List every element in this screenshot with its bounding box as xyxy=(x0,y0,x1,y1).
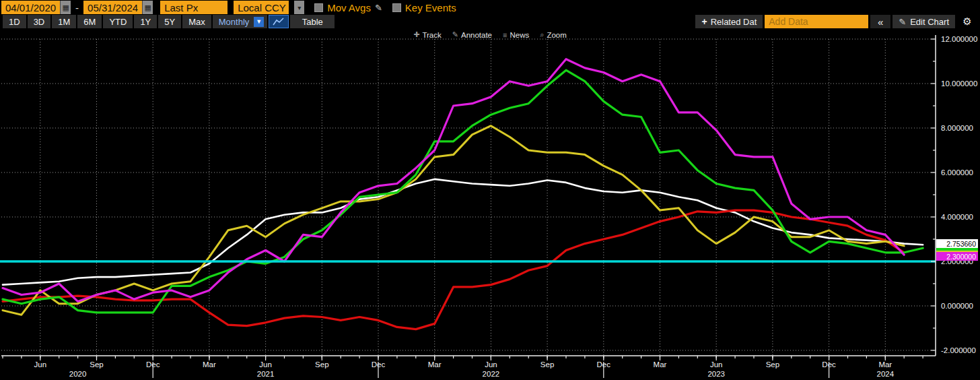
zoom-icon: ⌕ xyxy=(540,30,544,39)
price-type-value[interactable]: Last Px xyxy=(160,1,228,14)
currency-dropdown-arrow-icon[interactable]: ▾ xyxy=(294,1,304,14)
chart-tool-label: Annotate xyxy=(461,31,492,39)
edit-chart-label: Edit Chart xyxy=(910,17,949,27)
add-data-input[interactable] xyxy=(765,15,868,28)
x-axis-month-label: Jun xyxy=(259,360,272,369)
chart-tool-label: News xyxy=(510,31,529,39)
range-button-3d[interactable]: 3D xyxy=(28,15,51,28)
annotate-icon: ✎ xyxy=(452,30,458,39)
range-button-group: 1D3D1M6MYTD1Y5YMax xyxy=(3,15,211,28)
end-date-value[interactable]: 05/31/2024 xyxy=(83,1,142,14)
chart-tool-zoom[interactable]: ⌕Zoom xyxy=(540,30,567,39)
range-button-1m[interactable]: 1M xyxy=(52,15,76,28)
x-axis-year-label: 2024 xyxy=(877,370,895,378)
start-date-value[interactable]: 04/01/2020 xyxy=(1,1,60,14)
last-price-labels: 2.3000002.753660 xyxy=(936,28,979,380)
plus-icon: + xyxy=(701,16,707,27)
x-axis-year-label: 2023 xyxy=(707,370,725,378)
chart-tools-menu: ✚Track✎Annotate≡News⌕Zoom xyxy=(413,30,567,39)
chart-tool-annotate[interactable]: ✎Annotate xyxy=(452,30,492,39)
gear-icon: ⚙ xyxy=(963,15,971,28)
chart-tool-news[interactable]: ≡News xyxy=(503,30,529,39)
chart-tool-label: Track xyxy=(422,31,441,39)
calendar-icon[interactable]: ▦ xyxy=(60,1,71,14)
range-button-1d[interactable]: 1D xyxy=(3,15,26,28)
price-chart-canvas[interactable]: 12.00000010.0000008.0000006.0000004.0000… xyxy=(0,28,980,380)
collapse-panel-button[interactable]: « xyxy=(870,15,890,28)
x-axis-month-label: Sep xyxy=(90,360,103,369)
range-button-1y[interactable]: 1Y xyxy=(134,15,157,28)
x-axis-month-label: Mar xyxy=(878,360,892,369)
range-button-6m[interactable]: 6M xyxy=(77,15,102,28)
date-range-separator: - xyxy=(75,2,79,13)
x-axis-month-label: Jun xyxy=(710,360,723,369)
key-events-label: Key Events xyxy=(405,2,456,13)
chart-toolbar: 1D3D1M6MYTD1Y5YMax Monthly ▼ Table + Rel… xyxy=(0,15,980,28)
series-red-line xyxy=(3,210,904,329)
x-axis-month-label: Sep xyxy=(315,360,328,369)
related-data-button[interactable]: + Related Dat xyxy=(695,15,763,28)
period-dropdown[interactable]: Monthly ▼ xyxy=(213,15,268,28)
line-chart-icon xyxy=(273,17,285,26)
table-button-label: Table xyxy=(302,17,323,27)
x-axis-month-label: Sep xyxy=(540,360,554,369)
range-button-ytd[interactable]: YTD xyxy=(103,15,133,28)
start-date-field[interactable]: 04/01/2020 ▦ xyxy=(1,1,71,14)
price-label-white: 2.753660 xyxy=(936,239,978,248)
key-events-toggle[interactable]: Key Events xyxy=(392,2,456,13)
mov-avgs-label: Mov Avgs xyxy=(327,2,371,13)
x-axis-month-label: Mar xyxy=(654,360,667,369)
x-axis-month-label: Mar xyxy=(203,360,216,369)
mov-avgs-toggle[interactable]: Mov Avgs ✎ xyxy=(314,2,382,13)
currency-value[interactable]: Local CCY xyxy=(234,1,289,14)
x-axis-month-label: Mar xyxy=(428,360,442,369)
edit-chart-button[interactable]: ✎ Edit Chart xyxy=(893,15,955,28)
range-button-5y[interactable]: 5Y xyxy=(158,15,181,28)
price-label-magenta: 2.300000 xyxy=(936,252,978,261)
calendar-icon[interactable]: ▦ xyxy=(142,1,153,14)
toolbar-right-group: + Related Dat « ✎ Edit Chart ⚙ xyxy=(695,15,977,28)
table-button[interactable]: Table xyxy=(290,15,335,28)
x-axis-year-label: 2021 xyxy=(257,370,275,378)
double-chevron-left-icon: « xyxy=(878,16,883,28)
x-axis-year-label: 2020 xyxy=(69,370,87,378)
end-date-field[interactable]: 05/31/2024 ▦ xyxy=(83,1,153,14)
related-data-label: Related Dat xyxy=(711,17,757,27)
price-type-field[interactable]: Last Px xyxy=(160,1,228,14)
mov-avgs-checkbox[interactable] xyxy=(314,3,323,12)
key-events-checkbox[interactable] xyxy=(392,3,401,12)
chart-area: ✚Track✎Annotate≡News⌕Zoom 12.00000010.00… xyxy=(0,28,980,380)
chevron-down-icon: ▼ xyxy=(254,17,264,27)
period-label: Monthly xyxy=(219,17,250,27)
pencil-icon: ✎ xyxy=(899,17,906,27)
settings-button[interactable]: ⚙ xyxy=(957,15,977,28)
x-axis-month-label: Jun xyxy=(34,360,47,369)
x-axis-year-label: 2022 xyxy=(483,370,500,378)
chart-tool-label: Zoom xyxy=(547,31,566,39)
range-button-max[interactable]: Max xyxy=(182,15,211,28)
top-control-bar: 04/01/2020 ▦ - 05/31/2024 ▦ Last Px Loca… xyxy=(0,0,980,15)
series-magenta-line xyxy=(3,59,904,302)
currency-field[interactable]: Local CCY xyxy=(234,1,289,14)
x-axis-month-label: Jun xyxy=(485,360,497,369)
track-icon: ✚ xyxy=(413,30,419,39)
chart-tool-track[interactable]: ✚Track xyxy=(413,30,442,39)
news-icon: ≡ xyxy=(503,31,507,39)
line-chart-type-button[interactable] xyxy=(269,15,289,28)
x-axis-month-label: Sep xyxy=(766,360,779,369)
pencil-icon[interactable]: ✎ xyxy=(375,3,382,13)
